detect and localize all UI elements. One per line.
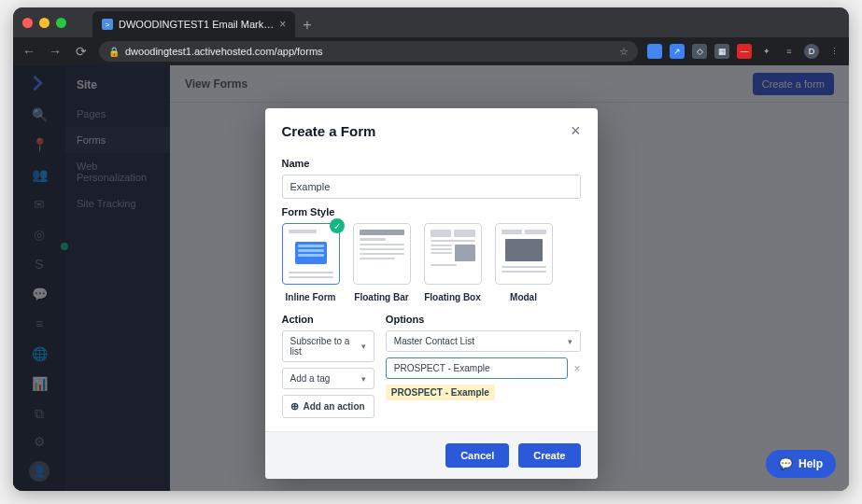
style-option-floating-box[interactable]: Floating Box: [424, 223, 482, 302]
modal-title: Create a Form: [282, 123, 376, 139]
chevron-down-icon: ▾: [361, 374, 366, 384]
cancel-button[interactable]: Cancel: [445, 443, 509, 468]
forward-button[interactable]: →: [47, 44, 64, 59]
chevron-down-icon: ▾: [568, 337, 572, 346]
clear-tag-icon[interactable]: ×: [573, 362, 580, 375]
name-label: Name: [282, 158, 581, 169]
extension-icon[interactable]: ◇: [692, 44, 707, 59]
help-label: Help: [798, 457, 823, 470]
modal-close-icon[interactable]: ×: [571, 121, 581, 141]
action-column-label: Action: [282, 314, 374, 325]
browser-menu-icon[interactable]: ⋮: [827, 44, 841, 59]
style-label: Floating Box: [424, 292, 481, 302]
selected-check-icon: ✓: [330, 218, 345, 233]
style-label: Floating Bar: [354, 292, 408, 302]
minimize-window-button[interactable]: [39, 18, 49, 28]
browser-tab[interactable]: > DWOODINGTEST1 Email Mark… ×: [92, 11, 295, 37]
lock-icon: 🔒: [108, 47, 120, 57]
extension-icon[interactable]: ≡: [782, 44, 797, 59]
address-bar: ← → ⟳ 🔒 dwoodingtest1.activehosted.com/a…: [13, 37, 849, 65]
action-select-addtag[interactable]: Add a tag ▾: [282, 368, 374, 389]
profile-avatar[interactable]: D: [804, 44, 819, 59]
extension-icon[interactable]: ↗: [670, 44, 685, 59]
select-value: Subscribe to a list: [290, 336, 361, 357]
extensions-menu-icon[interactable]: ✦: [759, 44, 774, 59]
window-titlebar: > DWOODINGTEST1 Email Mark… × +: [13, 7, 849, 37]
style-thumbnail: [353, 223, 411, 285]
create-form-modal: Create a Form × Name Form Style ✓: [265, 108, 598, 479]
url-text: dwoodingtest1.activehosted.com/app/forms: [125, 46, 323, 57]
back-button[interactable]: ←: [21, 44, 37, 59]
tag-suggestion[interactable]: PROSPECT - Example: [386, 385, 495, 400]
style-thumbnail: [495, 223, 553, 285]
options-column-label: Options: [386, 314, 581, 325]
traffic-lights: [22, 18, 66, 28]
url-input[interactable]: 🔒 dwoodingtest1.activehosted.com/app/for…: [99, 41, 638, 62]
tab-title: DWOODINGTEST1 Email Mark…: [119, 19, 274, 30]
reload-button[interactable]: ⟳: [73, 44, 90, 59]
style-label: Inline Form: [286, 292, 336, 302]
style-option-modal[interactable]: Modal: [495, 223, 553, 302]
style-option-floating-bar[interactable]: Floating Bar: [353, 223, 411, 302]
action-select-subscribe[interactable]: Subscribe to a list ▾: [282, 330, 374, 362]
close-window-button[interactable]: [22, 18, 33, 28]
extension-icon[interactable]: —: [737, 44, 752, 59]
chevron-down-icon: ▾: [361, 342, 366, 351]
select-value: Master Contact List: [394, 336, 474, 346]
new-tab-button[interactable]: +: [295, 17, 318, 37]
help-chat-icon: 💬: [779, 457, 793, 470]
form-style-options: ✓ Inline Form: [282, 223, 581, 302]
create-button[interactable]: Create: [518, 443, 580, 468]
tag-input[interactable]: [386, 357, 569, 379]
add-action-label: Add an action: [304, 401, 365, 412]
options-list-select[interactable]: Master Contact List ▾: [386, 330, 581, 352]
add-action-button[interactable]: ⊕ Add an action: [282, 395, 374, 418]
bookmark-star-icon[interactable]: ☆: [619, 46, 629, 58]
style-label: Modal: [510, 292, 537, 302]
tab-favicon-icon: >: [102, 19, 113, 30]
maximize-window-button[interactable]: [56, 18, 66, 28]
style-thumbnail: ✓: [282, 223, 340, 285]
tab-strip: > DWOODINGTEST1 Email Mark… × +: [92, 7, 319, 37]
tab-close-icon[interactable]: ×: [279, 18, 286, 31]
form-style-label: Form Style: [282, 206, 581, 217]
style-thumbnail: [424, 223, 482, 285]
modal-header: Create a Form ×: [265, 108, 598, 150]
name-input[interactable]: [282, 175, 581, 199]
extension-icon[interactable]: ▦: [714, 44, 729, 59]
extension-icons: ↗ ◇ ▦ — ✦ ≡ D ⋮: [647, 44, 841, 59]
modal-body: Name Form Style ✓ Inline Form: [265, 158, 598, 431]
plus-circle-icon: ⊕: [290, 400, 299, 413]
extension-icon[interactable]: [647, 44, 662, 59]
help-widget-button[interactable]: 💬 Help: [766, 450, 836, 478]
modal-footer: Cancel Create: [265, 431, 598, 479]
browser-window: > DWOODINGTEST1 Email Mark… × + ← → ⟳ 🔒 …: [13, 7, 849, 491]
app-viewport: 🔍 📍 👥 ✉ ◎ S 💬 ≡ 🌐 📊 ⧉ ⚙ 👤 Site Pages For…: [13, 65, 849, 491]
select-value: Add a tag: [290, 373, 331, 384]
style-option-inline[interactable]: ✓ Inline Form: [282, 223, 340, 302]
